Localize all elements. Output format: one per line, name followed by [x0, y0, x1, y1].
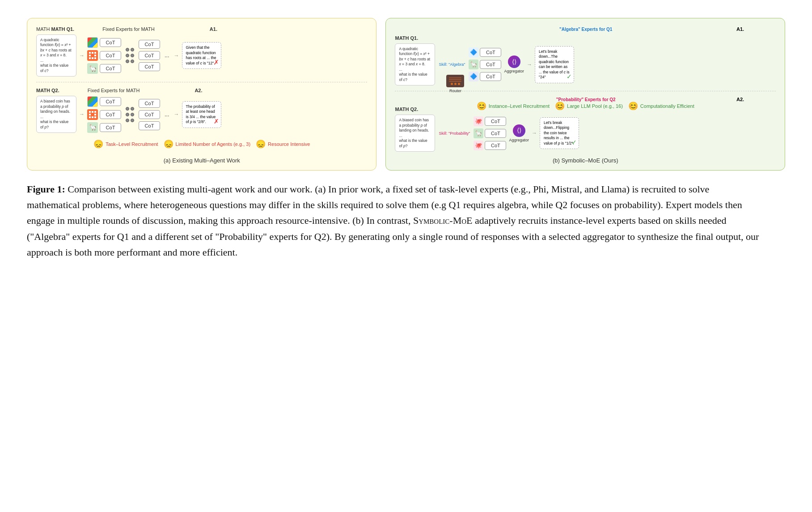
badge-a-2: 😞 Limited Number of Agents (e.g., 3) [164, 139, 251, 149]
algebra-model-2: 🦙 [469, 60, 478, 69]
q1-arrow2: → [174, 52, 179, 59]
cot-box-q1-2: CoT [100, 51, 121, 60]
b-cot-algebra-2: CoT [480, 60, 501, 69]
badge-a-1-text: Task–Level Recruitment [106, 141, 158, 147]
q2-header: MATH Q2. Fixed Experts for MATH A2. [36, 88, 367, 93]
sad-icon-2: 😞 [164, 139, 173, 149]
b-q2-flow-row: A biased coin has a probability p of lan… [395, 115, 776, 152]
b-q2-arrow: → [532, 130, 537, 137]
badge-a-3-text: Resource Intensive [268, 141, 310, 147]
q2-section: MATH Q2. Fixed Experts for MATH A2. A bi… [36, 88, 367, 133]
cot-box-q2-r1: CoT [139, 99, 160, 108]
a2-label: A2. [195, 88, 202, 93]
happy-icon-2: 😊 [555, 101, 565, 111]
svg-rect-9 [92, 111, 93, 113]
badge-b-3: 😊 Computationally Efficient [628, 101, 694, 111]
cot-box-q1-r1: CoT [139, 40, 160, 49]
llama-icon-q1: 🦙 [87, 63, 98, 74]
b-cot-algebra-1: CoT [480, 48, 501, 57]
q1-bold-label: MATH Q1. [51, 26, 74, 32]
q1-header: MATH MATH Q1. Fixed Experts for MATH A1. [36, 26, 367, 32]
algebra-model-1: 🔷 [469, 47, 478, 57]
phi-icon-q1 [87, 37, 98, 48]
a2-box: The probability of at least one head is … [182, 101, 221, 128]
svg-rect-8 [89, 111, 91, 113]
router-label: Router [449, 89, 461, 93]
happy-icon-1: 😊 [477, 101, 486, 111]
b-a2-box: Let's break down...Flipping the coin twi… [540, 117, 579, 149]
b-q2-text: A biased coin has a probability p of lan… [399, 118, 431, 133]
q2-flow-row: A biased coin has a probability p of lan… [36, 96, 367, 133]
b-q2-text3: what is the value of p? [399, 138, 431, 149]
svg-rect-6 [92, 57, 93, 59]
b-q2-text2: ... [399, 133, 431, 138]
b-a2-text: Let's break down...Flipping the coin twi… [544, 120, 575, 146]
q1-arrow1: → [79, 52, 85, 59]
b-q1-label: MATH Q1. [395, 35, 418, 41]
b-q2-section: MATH Q2. A biased coin has a probability… [395, 107, 776, 152]
aggregator-label-1: Aggregator [504, 69, 524, 73]
panel-a-caption: (a) Existing Multi–Agent Work [36, 157, 367, 164]
aggregator-icon-2: ⟨⟩ [513, 124, 525, 137]
main-container: MATH MATH Q1. Fixed Experts for MATH A1.… [27, 18, 785, 260]
svg-rect-14 [92, 116, 93, 118]
badges-row-a: 😞 Task–Level Recruitment 😞 Limited Numbe… [36, 139, 367, 149]
b-cot-algebra-3: CoT [480, 72, 501, 81]
b-cot-prob-1: CoT [485, 117, 506, 126]
badge-a-2-text: Limited Number of Agents (e.g., 3) [176, 141, 251, 147]
q1-text2: ... [40, 58, 72, 63]
router-container: Router [442, 75, 469, 93]
b-q1-text: A quadratic function f(x) = x² + bx + c … [399, 47, 431, 67]
svg-rect-15 [94, 116, 96, 118]
cot-box-q2-r3: CoT [139, 121, 160, 130]
right-icon-q1: ✓ [567, 73, 572, 81]
skill-algebra-label: Skill: "Algebra" [439, 62, 465, 67]
llama-icon-q2: 🦙 [87, 122, 98, 133]
prob-model-3: 🐙 [474, 141, 483, 150]
algebra-model-3: 🔷 [469, 72, 478, 81]
router-icon [446, 75, 464, 87]
aggregator-icon-1: ⟨⟩ [508, 55, 520, 68]
svg-rect-0 [89, 52, 91, 54]
q1-box: A quadratic function f(x) = x² + bx + c … [36, 34, 76, 77]
panel-b: "Algebra" Experts for Q1 A1. MATH Q1. A … [385, 18, 785, 171]
q1-text3: what is the value of c? [40, 63, 72, 73]
answer-space: A1. [736, 26, 776, 32]
algebra-experts-title: "Algebra" Experts for Q1 [559, 27, 612, 32]
badge-a-1: 😞 Task–Level Recruitment [93, 139, 158, 149]
cot-box-q1-3: CoT [100, 64, 121, 73]
symbolic-moe-label: Symbolic-MoE [413, 215, 473, 226]
q2-box: A biased coin has a probability p of lan… [36, 96, 76, 133]
q2-arrow2: → [174, 111, 179, 118]
q2-text: A biased coin has a probability p of lan… [40, 99, 72, 114]
svg-rect-10 [94, 111, 96, 113]
wrong-icon-q2: ✗ [214, 117, 219, 126]
b-q2-box: A biased coin has a probability p of lan… [395, 115, 435, 152]
badge-b-2: 😊 Large LLM Pool (e.g., 16) [555, 101, 623, 111]
b-q1-header: MATH Q1. [395, 35, 776, 41]
q2-bold-label: MATH Q2. [36, 88, 59, 93]
b-a1-box: Let's break down...The quadratic functio… [535, 46, 574, 83]
svg-rect-7 [94, 57, 96, 59]
b-a1-label: A1. [736, 26, 744, 32]
experts-label-q1: Fixed Experts for MATH [102, 26, 155, 32]
svg-rect-12 [94, 114, 96, 115]
cot-box-q2-3: CoT [100, 123, 121, 132]
mistral-icon-q1 [87, 50, 98, 61]
q1-text: A quadratic function f(x) = x² + bx + c … [40, 38, 72, 58]
q2-arrow1: → [79, 111, 85, 118]
sad-icon-3: 😞 [256, 139, 266, 149]
b-q1-box: A quadratic function f(x) = x² + bx + c … [395, 43, 435, 85]
dots-q2: ... [165, 111, 169, 118]
svg-rect-3 [89, 55, 91, 56]
badge-b-1: 😊 Instance–Level Recruitment [477, 101, 550, 111]
q2-text2: ... [40, 115, 72, 119]
sad-icon-1: 😞 [93, 139, 103, 149]
cot-box-q2-1: CoT [100, 97, 121, 106]
skill-probability-label: Skill: "Probability" [439, 131, 470, 136]
a1-text: Given that the quadratic function has ro… [186, 45, 217, 66]
figure-caption: Figure 1: Comparison between existing mu… [27, 181, 765, 260]
aggregator-label-2: Aggregator [509, 138, 529, 142]
badge-b-3-text: Computationally Efficient [640, 103, 694, 109]
diagrams-row: MATH MATH Q1. Fixed Experts for MATH A1.… [27, 18, 785, 171]
